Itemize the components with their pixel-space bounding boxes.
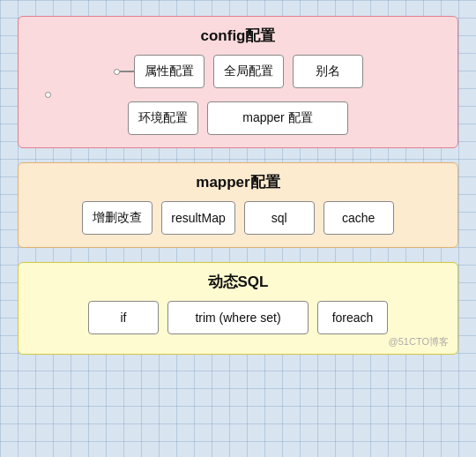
mapper-item-resultmap: resultMap: [161, 201, 234, 235]
config-item-mapper: mapper 配置: [207, 101, 348, 135]
config-section: config配置 属性配置 全局配置 别名 环境配置 mapper 配置: [18, 16, 458, 148]
config-title: config配置: [29, 26, 447, 46]
mapper-items-row: 增删改查 resultMap sql cache: [29, 201, 447, 235]
mapper-item-cache: cache: [324, 201, 394, 235]
connector-dot-left: [114, 69, 120, 75]
dynamic-title: 动态SQL: [29, 272, 447, 292]
config-item-env: 环境配置: [128, 101, 198, 135]
dynamic-items-row: if trim (where set) foreach: [29, 301, 447, 334]
config-item-alias: 别名: [293, 55, 363, 88]
dynamic-item-if: if: [88, 301, 159, 334]
connector-dot-mid: [45, 92, 51, 98]
dynamic-item-foreach: foreach: [317, 301, 388, 334]
mapper-section: mapper配置 增删改查 resultMap sql cache: [18, 162, 458, 248]
mapper-title: mapper配置: [29, 172, 447, 192]
mapper-item-sql: sql: [244, 201, 315, 235]
connector-line: [120, 71, 134, 72]
watermark: @51CTO博客: [389, 335, 449, 348]
config-item-global: 全局配置: [213, 55, 284, 88]
mapper-item-crud: 增删改查: [82, 201, 152, 235]
config-item-attr: 属性配置: [134, 55, 205, 88]
dynamic-item-trim: trim (where set): [167, 301, 309, 334]
dynamic-section: 动态SQL if trim (where set) foreach @51CTO…: [18, 262, 458, 355]
